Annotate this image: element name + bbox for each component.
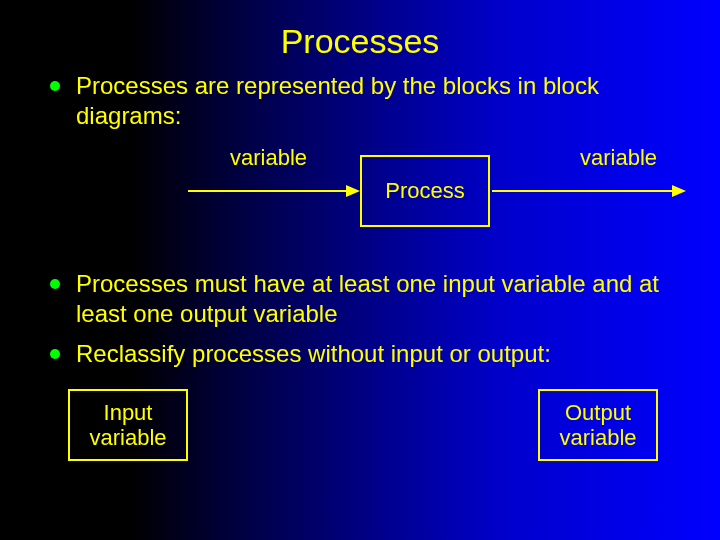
- variable-label-left: variable: [230, 145, 307, 171]
- slide: Processes Processes are represented by t…: [0, 0, 720, 540]
- bullet-item: Reclassify processes without input or ou…: [50, 339, 680, 369]
- bullet-text: Processes are represented by the blocks …: [76, 71, 680, 131]
- bullet-text: Processes must have at least one input v…: [76, 269, 680, 329]
- bottom-diagram: Input variable Output variable: [50, 379, 680, 489]
- bullet-item: Processes are represented by the blocks …: [50, 71, 680, 131]
- bullet-item: Processes must have at least one input v…: [50, 269, 680, 329]
- output-variable-box: Output variable: [538, 389, 658, 461]
- arrow-line-icon: [188, 190, 348, 192]
- arrow-head-icon: [672, 185, 686, 197]
- bullet-text: Reclassify processes without input or ou…: [76, 339, 551, 369]
- variable-label-right: variable: [580, 145, 657, 171]
- process-box: Process: [360, 155, 490, 227]
- process-diagram: variable Process variable: [50, 141, 680, 251]
- arrow-line-icon: [492, 190, 674, 192]
- input-variable-box: Input variable: [68, 389, 188, 461]
- arrow-head-icon: [346, 185, 360, 197]
- bullet-dot-icon: [50, 81, 60, 91]
- bullet-dot-icon: [50, 349, 60, 359]
- slide-content: Processes are represented by the blocks …: [0, 61, 720, 489]
- bullet-dot-icon: [50, 279, 60, 289]
- slide-title: Processes: [0, 0, 720, 61]
